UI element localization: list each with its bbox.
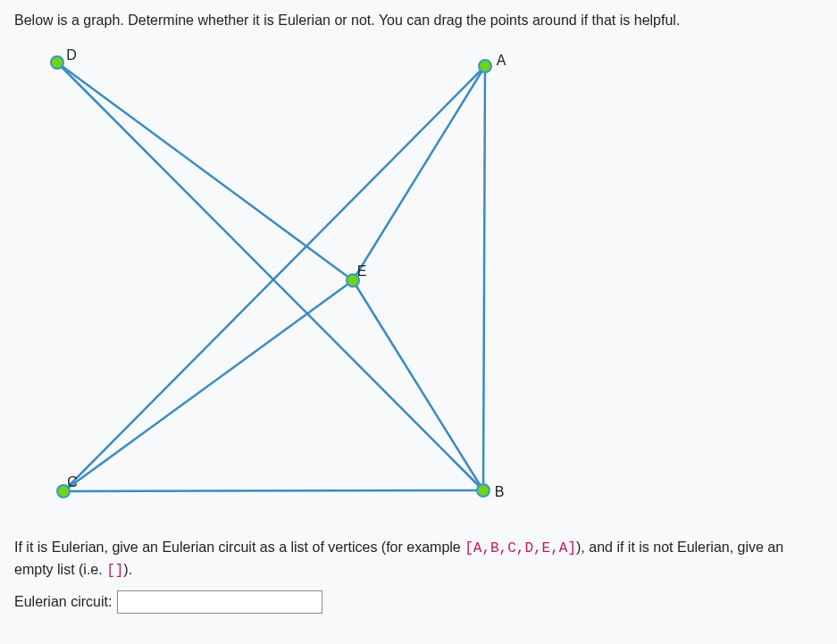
edge-e-b: [353, 280, 483, 490]
edge-d-e: [57, 63, 353, 280]
vertex-b[interactable]: [476, 483, 490, 498]
edge-c-b: [63, 490, 483, 491]
vertex-label-a: A: [497, 53, 506, 69]
vertex-label-d: D: [66, 47, 77, 63]
graph-edges-svg: [14, 38, 823, 524]
vertex-label-e: E: [357, 263, 367, 280]
answer-label: Eulerian circuit:: [14, 594, 112, 610]
instruction-text-post: ).: [123, 562, 132, 577]
graph-canvas[interactable]: A B C D E: [14, 38, 823, 524]
problem-prompt: Below is a graph. Determine whether it i…: [14, 13, 823, 29]
edge-e-c: [63, 280, 353, 491]
vertex-label-b: B: [495, 484, 505, 500]
edge-a-b: [483, 66, 485, 490]
vertex-d[interactable]: [50, 55, 64, 70]
eulerian-circuit-input[interactable]: [117, 590, 322, 614]
vertex-label-c: C: [67, 474, 78, 490]
example-list-code: [A,B,C,D,E,A]: [465, 540, 576, 556]
edge-d-b: [57, 63, 483, 490]
instruction-text-pre: If it is Eulerian, give an Eulerian circ…: [14, 539, 465, 555]
vertex-a[interactable]: [478, 59, 492, 73]
answer-instruction: If it is Eulerian, give an Eulerian circ…: [14, 537, 823, 581]
edge-e-a: [353, 66, 485, 280]
empty-list-code: []: [106, 563, 123, 579]
